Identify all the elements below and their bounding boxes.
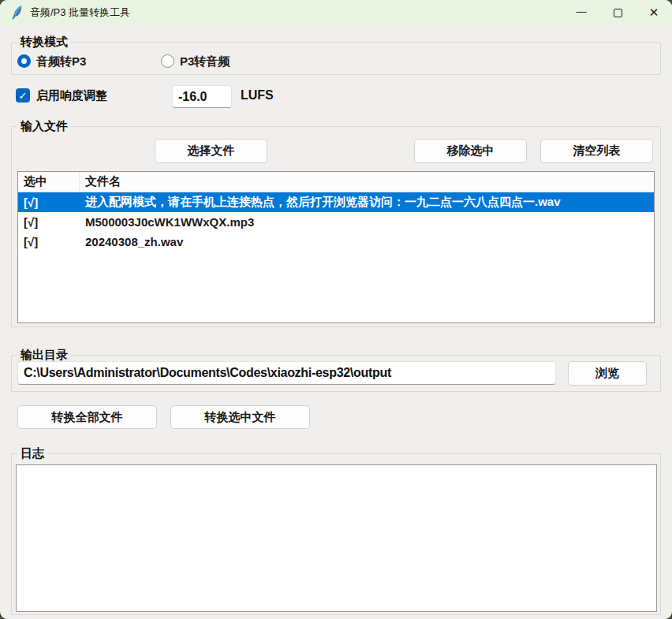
maximize-icon: [614, 9, 622, 17]
file-list-header: 选中 文件名: [18, 172, 654, 192]
row-filename: 进入配网模式，请在手机上连接热点，然后打开浏览器访问：一九二点一六八点四点一.w…: [80, 195, 654, 210]
row-checked: [√]: [18, 235, 80, 248]
remove-selected-label: 移除选中: [447, 144, 495, 158]
loudness-value-input[interactable]: -16.0: [172, 85, 232, 108]
output-dir-title: 输出目录: [17, 348, 71, 362]
browse-button[interactable]: 浏览: [568, 361, 647, 386]
row-filename: 20240308_zh.wav: [80, 235, 654, 248]
loudness-checkbox-label[interactable]: 启用响度调整: [36, 88, 107, 103]
radio-audio-to-p3[interactable]: [17, 54, 31, 68]
convert-all-label: 转换全部文件: [52, 410, 123, 425]
clear-list-label: 清空列表: [573, 144, 621, 158]
select-files-button[interactable]: 选择文件: [155, 139, 267, 163]
radio-p3-to-audio[interactable]: [161, 54, 174, 68]
convert-selected-button[interactable]: 转换选中文件: [170, 405, 310, 429]
file-list: 选中 文件名 [√] 进入配网模式，请在手机上连接热点，然后打开浏览器访问：一九…: [17, 171, 655, 323]
output-dir-path: C:\Users\Administrator\Documents\Codes\x…: [24, 366, 391, 380]
row-filename: M500003J0cWK1WWxQX.mp3: [80, 215, 654, 229]
select-files-label: 选择文件: [188, 144, 235, 158]
convert-selected-label: 转换选中文件: [205, 410, 276, 425]
minimize-icon: —: [577, 6, 587, 17]
column-header-checked[interactable]: 选中: [18, 172, 80, 192]
column-header-filename[interactable]: 文件名: [80, 172, 654, 192]
row-checked: [√]: [18, 215, 80, 229]
table-row[interactable]: [√] 进入配网模式，请在手机上连接热点，然后打开浏览器访问：一九二点一六八点四…: [18, 192, 654, 212]
clear-list-button[interactable]: 清空列表: [540, 139, 653, 163]
mode-section: 转换模式: [11, 42, 661, 75]
checkmark-icon: ✓: [19, 90, 28, 102]
table-row[interactable]: [√] 20240308_zh.wav: [18, 232, 654, 252]
radio-audio-to-p3-label[interactable]: 音频转P3: [36, 54, 86, 69]
browse-label: 浏览: [595, 366, 619, 381]
table-row[interactable]: [√] M500003J0cWK1WWxQX.mp3: [18, 212, 654, 232]
convert-all-button[interactable]: 转换全部文件: [17, 405, 157, 429]
radio-p3-to-audio-label[interactable]: P3转音频: [180, 54, 230, 69]
log-title: 日志: [17, 446, 47, 461]
row-checked: [√]: [18, 196, 80, 209]
input-files-title: 输入文件: [17, 119, 71, 133]
maximize-button[interactable]: [599, 0, 636, 25]
log-textarea[interactable]: [16, 464, 657, 612]
minimize-button[interactable]: —: [563, 0, 599, 25]
close-icon: ✕: [649, 6, 659, 20]
lufs-unit-label: LUFS: [241, 88, 274, 103]
titlebar: 音频/P3 批量转换工具 — ✕: [0, 0, 672, 25]
window-title: 音频/P3 批量转换工具: [30, 6, 130, 20]
remove-selected-button[interactable]: 移除选中: [414, 139, 527, 163]
mode-section-title: 转换模式: [17, 35, 71, 49]
output-dir-input[interactable]: C:\Users\Administrator\Documents\Codes\x…: [17, 361, 556, 385]
window-controls: — ✕: [563, 0, 672, 25]
loudness-checkbox[interactable]: ✓: [16, 88, 30, 103]
python-feather-icon: [10, 6, 24, 20]
loudness-value: -16.0: [178, 90, 207, 104]
close-button[interactable]: ✕: [636, 0, 672, 25]
app-window: 音频/P3 批量转换工具 — ✕ 转换模式 音频转P3 P3转音频 ✓ 启用响度…: [0, 0, 672, 619]
